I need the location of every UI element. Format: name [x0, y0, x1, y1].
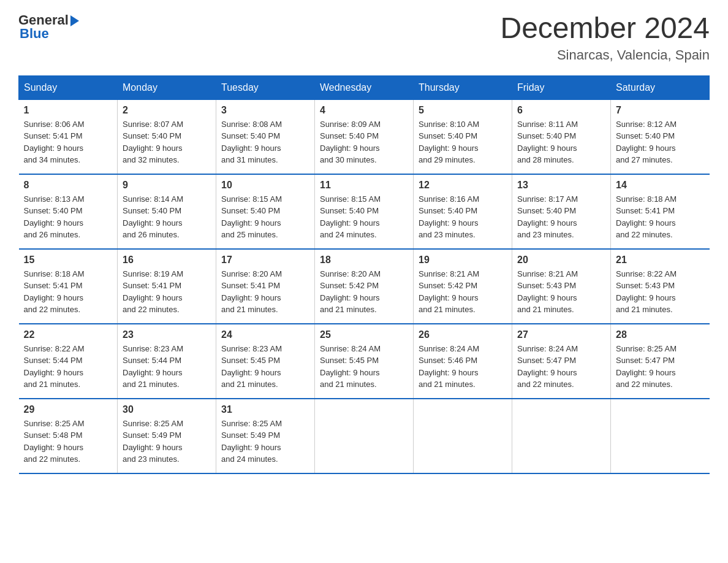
col-thursday: Thursday [414, 75, 512, 99]
day-number: 20 [517, 255, 605, 266]
day-info: Sunrise: 8:20 AMSunset: 5:41 PMDaylight:… [221, 269, 282, 315]
calendar-cell [512, 399, 611, 473]
col-monday: Monday [118, 75, 216, 99]
day-number: 14 [616, 180, 705, 191]
day-number: 22 [24, 329, 113, 340]
calendar-cell: 19 Sunrise: 8:21 AMSunset: 5:42 PMDaylig… [414, 249, 512, 324]
day-number: 16 [123, 255, 211, 266]
day-info: Sunrise: 8:23 AMSunset: 5:44 PMDaylight:… [123, 344, 183, 389]
calendar-cell: 5 Sunrise: 8:10 AMSunset: 5:40 PMDayligh… [414, 99, 512, 174]
title-section: December 2024 Sinarcas, Valencia, Spain [500, 12, 710, 63]
day-number: 15 [24, 255, 113, 266]
calendar-cell: 27 Sunrise: 8:24 AMSunset: 5:47 PMDaylig… [512, 324, 611, 399]
col-friday: Friday [512, 75, 611, 99]
day-number: 1 [24, 105, 113, 116]
calendar-cell: 13 Sunrise: 8:17 AMSunset: 5:40 PMDaylig… [512, 174, 611, 249]
calendar-cell: 14 Sunrise: 8:18 AMSunset: 5:41 PMDaylig… [611, 174, 710, 249]
logo: General Blue [18, 12, 79, 42]
day-number: 24 [221, 329, 309, 340]
day-info: Sunrise: 8:08 AMSunset: 5:40 PMDaylight:… [221, 120, 282, 165]
day-info: Sunrise: 8:22 AMSunset: 5:43 PMDaylight:… [616, 269, 677, 315]
calendar-cell: 3 Sunrise: 8:08 AMSunset: 5:40 PMDayligh… [216, 99, 315, 174]
day-info: Sunrise: 8:25 AMSunset: 5:48 PMDaylight:… [24, 419, 85, 464]
calendar-cell: 6 Sunrise: 8:11 AMSunset: 5:40 PMDayligh… [512, 99, 611, 174]
calendar-week-row: 8 Sunrise: 8:13 AMSunset: 5:40 PMDayligh… [19, 174, 710, 249]
day-number: 17 [221, 255, 309, 266]
day-info: Sunrise: 8:13 AMSunset: 5:40 PMDaylight:… [24, 194, 85, 240]
calendar-cell [315, 399, 414, 473]
calendar-cell: 30 Sunrise: 8:25 AMSunset: 5:49 PMDaylig… [118, 399, 216, 473]
day-info: Sunrise: 8:14 AMSunset: 5:40 PMDaylight:… [123, 194, 183, 240]
day-number: 13 [517, 180, 605, 191]
day-number: 2 [123, 105, 211, 116]
calendar-body: 1 Sunrise: 8:06 AMSunset: 5:41 PMDayligh… [19, 99, 710, 473]
day-info: Sunrise: 8:11 AMSunset: 5:40 PMDaylight:… [517, 120, 578, 165]
day-number: 23 [123, 329, 211, 340]
calendar-week-row: 15 Sunrise: 8:18 AMSunset: 5:41 PMDaylig… [19, 249, 710, 324]
calendar-cell: 4 Sunrise: 8:09 AMSunset: 5:40 PMDayligh… [315, 99, 414, 174]
calendar-cell: 16 Sunrise: 8:19 AMSunset: 5:41 PMDaylig… [118, 249, 216, 324]
day-number: 7 [616, 105, 705, 116]
day-info: Sunrise: 8:15 AMSunset: 5:40 PMDaylight:… [221, 194, 282, 240]
day-number: 30 [123, 404, 211, 415]
day-number: 10 [221, 180, 309, 191]
day-info: Sunrise: 8:21 AMSunset: 5:43 PMDaylight:… [517, 269, 578, 315]
calendar-cell: 22 Sunrise: 8:22 AMSunset: 5:44 PMDaylig… [19, 324, 118, 399]
calendar-cell: 9 Sunrise: 8:14 AMSunset: 5:40 PMDayligh… [118, 174, 216, 249]
day-info: Sunrise: 8:20 AMSunset: 5:42 PMDaylight:… [320, 269, 381, 315]
day-info: Sunrise: 8:24 AMSunset: 5:46 PMDaylight:… [419, 344, 479, 389]
day-number: 5 [419, 105, 507, 116]
day-number: 26 [419, 329, 507, 340]
logo-blue-text: Blue [20, 26, 49, 42]
month-title: December 2024 [500, 12, 710, 45]
calendar-cell: 11 Sunrise: 8:15 AMSunset: 5:40 PMDaylig… [315, 174, 414, 249]
calendar-cell: 23 Sunrise: 8:23 AMSunset: 5:44 PMDaylig… [118, 324, 216, 399]
calendar-cell: 7 Sunrise: 8:12 AMSunset: 5:40 PMDayligh… [611, 99, 710, 174]
calendar-cell [414, 399, 512, 473]
col-wednesday: Wednesday [315, 75, 414, 99]
calendar-cell: 28 Sunrise: 8:25 AMSunset: 5:47 PMDaylig… [611, 324, 710, 399]
calendar-cell: 18 Sunrise: 8:20 AMSunset: 5:42 PMDaylig… [315, 249, 414, 324]
calendar-cell: 25 Sunrise: 8:24 AMSunset: 5:45 PMDaylig… [315, 324, 414, 399]
day-number: 27 [517, 329, 605, 340]
day-number: 31 [221, 404, 309, 415]
day-info: Sunrise: 8:07 AMSunset: 5:40 PMDaylight:… [123, 120, 183, 165]
calendar-table: Sunday Monday Tuesday Wednesday Thursday… [18, 75, 710, 474]
day-number: 4 [320, 105, 408, 116]
day-info: Sunrise: 8:12 AMSunset: 5:40 PMDaylight:… [616, 120, 677, 165]
col-saturday: Saturday [611, 75, 710, 99]
day-info: Sunrise: 8:21 AMSunset: 5:42 PMDaylight:… [419, 269, 479, 315]
calendar-cell: 21 Sunrise: 8:22 AMSunset: 5:43 PMDaylig… [611, 249, 710, 324]
calendar-cell: 31 Sunrise: 8:25 AMSunset: 5:49 PMDaylig… [216, 399, 315, 473]
day-number: 12 [419, 180, 507, 191]
day-number: 3 [221, 105, 309, 116]
day-number: 18 [320, 255, 408, 266]
day-info: Sunrise: 8:09 AMSunset: 5:40 PMDaylight:… [320, 120, 381, 165]
location-subtitle: Sinarcas, Valencia, Spain [500, 47, 710, 63]
day-info: Sunrise: 8:25 AMSunset: 5:47 PMDaylight:… [616, 344, 677, 389]
calendar-cell: 1 Sunrise: 8:06 AMSunset: 5:41 PMDayligh… [19, 99, 118, 174]
day-number: 21 [616, 255, 705, 266]
col-sunday: Sunday [19, 75, 118, 99]
calendar-header: Sunday Monday Tuesday Wednesday Thursday… [19, 75, 710, 99]
calendar-cell: 29 Sunrise: 8:25 AMSunset: 5:48 PMDaylig… [19, 399, 118, 473]
day-number: 9 [123, 180, 211, 191]
calendar-cell: 2 Sunrise: 8:07 AMSunset: 5:40 PMDayligh… [118, 99, 216, 174]
calendar-week-row: 1 Sunrise: 8:06 AMSunset: 5:41 PMDayligh… [19, 99, 710, 174]
logo-arrow-icon [70, 15, 79, 26]
day-number: 29 [24, 404, 113, 415]
header-row: Sunday Monday Tuesday Wednesday Thursday… [19, 75, 710, 99]
day-info: Sunrise: 8:23 AMSunset: 5:45 PMDaylight:… [221, 344, 282, 389]
day-info: Sunrise: 8:24 AMSunset: 5:45 PMDaylight:… [320, 344, 381, 389]
day-number: 25 [320, 329, 408, 340]
calendar-cell: 24 Sunrise: 8:23 AMSunset: 5:45 PMDaylig… [216, 324, 315, 399]
day-number: 28 [616, 329, 705, 340]
day-info: Sunrise: 8:18 AMSunset: 5:41 PMDaylight:… [24, 269, 85, 315]
page-header: General Blue December 2024 Sinarcas, Val… [18, 12, 710, 63]
calendar-week-row: 29 Sunrise: 8:25 AMSunset: 5:48 PMDaylig… [19, 399, 710, 473]
day-info: Sunrise: 8:10 AMSunset: 5:40 PMDaylight:… [419, 120, 479, 165]
calendar-cell: 8 Sunrise: 8:13 AMSunset: 5:40 PMDayligh… [19, 174, 118, 249]
calendar-cell: 12 Sunrise: 8:16 AMSunset: 5:40 PMDaylig… [414, 174, 512, 249]
calendar-cell: 26 Sunrise: 8:24 AMSunset: 5:46 PMDaylig… [414, 324, 512, 399]
calendar-cell: 17 Sunrise: 8:20 AMSunset: 5:41 PMDaylig… [216, 249, 315, 324]
